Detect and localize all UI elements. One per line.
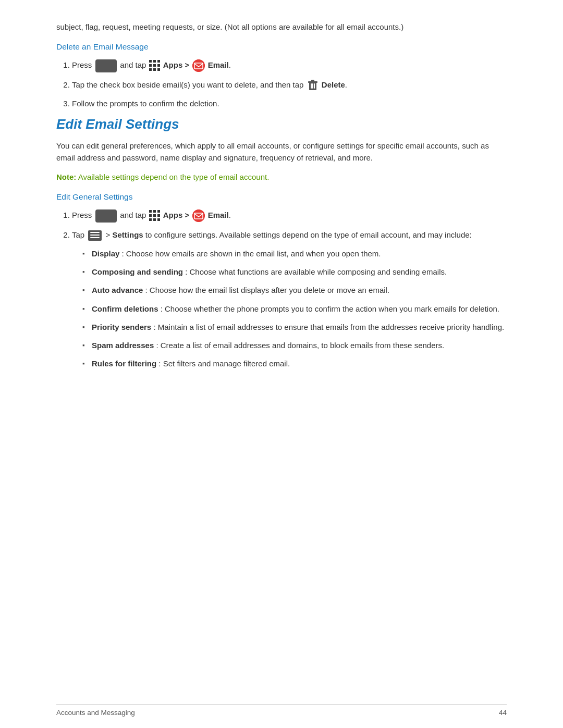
bullet-priority-senders: Priority senders : Maintain a list of em… (82, 321, 507, 333)
svg-rect-5 (311, 83, 312, 89)
gstep1-prefix: Press (72, 211, 92, 219)
svg-rect-3 (308, 81, 317, 83)
bullet-display-text: : Choose how emails are shown in the ema… (122, 249, 381, 258)
gstep2-text: to configure settings. Available setting… (143, 230, 472, 239)
gstep1-email-label: Email (208, 211, 229, 219)
bullet-confirm-text: : Choose whether the phone prompts you t… (161, 304, 499, 313)
bullet-rules-bold: Rules for filtering (92, 359, 156, 368)
bullet-composing-bold: Composing and sending (92, 267, 183, 276)
bullet-rules-text: : Set filters and manage filtered email. (158, 359, 290, 368)
edit-settings-body: You can edit general preferences, which … (56, 140, 507, 164)
general-step-2: Tap > Settings to configure settings. Av… (72, 229, 507, 241)
email-app-icon (192, 59, 205, 72)
step1-email-label: Email (208, 60, 229, 69)
home-button (95, 59, 117, 72)
intro-text: subject, flag, request, meeting requests… (56, 21, 507, 33)
edit-general-heading: Edit General Settings (56, 192, 507, 202)
footer-right: 44 (499, 709, 507, 717)
bullet-confirm-deletions: Confirm deletions : Choose whether the p… (82, 303, 507, 315)
delete-heading: Delete an Email Message (56, 42, 507, 52)
gstep1-middle: and tap (120, 211, 146, 219)
step2-suffix: . (345, 80, 347, 89)
general-steps-list: Press and tap Apps > Email. Tap (72, 209, 507, 241)
svg-rect-6 (312, 83, 313, 89)
email-app-icon-2 (192, 209, 205, 222)
bullet-display: Display : Choose how emails are shown in… (82, 248, 507, 260)
delete-step-2: Tap the check box beside email(s) you wa… (72, 79, 507, 91)
delete-step-1: Press and tap Apps > Email. (72, 59, 507, 72)
general-step-1: Press and tap Apps > Email. (72, 209, 507, 222)
bullet-priority-bold: Priority senders (92, 323, 151, 331)
home-button-2 (95, 209, 117, 223)
bullet-priority-text: : Maintain a list of email addresses to … (153, 323, 504, 331)
bullet-confirm-bold: Confirm deletions (92, 304, 158, 313)
step1-middle: and tap (120, 60, 146, 69)
gstep1-apps-label: Apps (163, 211, 183, 219)
step1-apps-label: Apps (163, 60, 183, 69)
settings-bullets-list: Display : Choose how emails are shown in… (82, 248, 507, 370)
svg-rect-4 (311, 80, 314, 81)
step1-arrow: > (185, 61, 191, 69)
step1-suffix: . (229, 60, 231, 69)
step1-prefix: Press (72, 60, 92, 69)
apps-grid-icon (149, 60, 161, 71)
gstep2-settings-label: Settings (112, 230, 143, 239)
note-text: Available settings depend on the type of… (78, 172, 270, 181)
gstep2-prefix: Tap (72, 230, 84, 239)
apps-grid-icon-2 (149, 210, 161, 221)
step3-text: Follow the prompts to confirm the deleti… (72, 99, 219, 108)
bullet-display-bold: Display (92, 249, 119, 258)
edit-settings-heading: Edit Email Settings (56, 116, 507, 132)
step2-action: Delete (322, 80, 345, 89)
delete-step-3: Follow the prompts to confirm the deleti… (72, 97, 507, 110)
trash-icon (308, 80, 318, 91)
step2-text: Tap the check box beside email(s) you wa… (72, 80, 303, 89)
note-bold: Note: (56, 172, 76, 181)
menu-icon (88, 230, 102, 241)
bullet-auto-advance: Auto advance : Choose how the email list… (82, 284, 507, 296)
bullet-auto-advance-text: : Choose how the email list displays aft… (145, 286, 390, 294)
note-line: Note: Available settings depend on the t… (56, 171, 507, 183)
gstep1-arrow: > (185, 211, 191, 219)
delete-steps-list: Press and tap Apps > Email. (72, 59, 507, 109)
bullet-composing: Composing and sending : Choose what func… (82, 266, 507, 278)
bullet-auto-advance-bold: Auto advance (92, 286, 143, 294)
gstep2-arrow: > (106, 230, 113, 239)
bullet-rules-filtering: Rules for filtering : Set filters and ma… (82, 357, 507, 369)
svg-rect-7 (314, 83, 315, 89)
page-footer: Accounts and Messaging 44 (56, 704, 507, 717)
gstep1-suffix: . (229, 211, 231, 219)
bullet-spam-text: : Create a list of email addresses and d… (156, 341, 444, 350)
bullet-spam-bold: Spam addresses (92, 341, 154, 350)
bullet-composing-text: : Choose what functions are available wh… (185, 267, 447, 276)
bullet-spam-addresses: Spam addresses : Create a list of email … (82, 339, 507, 351)
footer-left: Accounts and Messaging (56, 709, 135, 717)
